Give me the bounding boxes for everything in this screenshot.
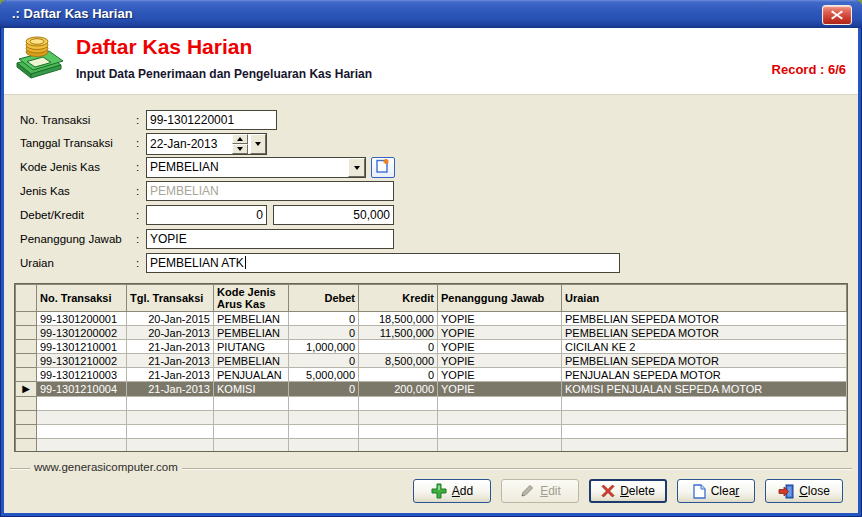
row-selector-header <box>16 285 37 312</box>
page-title: Daftar Kas Harian <box>76 35 252 59</box>
cell-kode: PEMBELIAN <box>214 326 289 340</box>
cell-uraian: PEMBELIAN SEPEDA MOTOR <box>562 326 847 340</box>
cell-no: 99-1301210004 <box>37 382 127 397</box>
close-icon <box>831 10 843 20</box>
separator: : <box>136 133 139 153</box>
window-close-button[interactable] <box>822 5 852 25</box>
close-button[interactable]: Close <box>765 479 843 503</box>
cell-tgl: 21-Jan-2013 <box>127 382 214 397</box>
up-arrow-icon <box>237 137 243 141</box>
cell-uraian: PEMBELIAN SEPEDA MOTOR <box>562 354 847 368</box>
cell-tgl: 21-Jan-2013 <box>127 354 214 368</box>
table-row-empty <box>16 411 847 425</box>
kode-jenis-kas-combobox[interactable]: PEMBELIAN <box>146 157 366 178</box>
kode-jenis-kas-label: Kode Jenis Kas <box>20 157 100 177</box>
cell-uraian: CICILAN KE 2 <box>562 340 847 354</box>
current-row-marker: ▶ <box>22 383 30 394</box>
cell-uraian: PEMBELIAN SEPEDA MOTOR <box>562 312 847 326</box>
debet-field[interactable]: 0 <box>146 205 267 225</box>
row-penanggung-jawab: Penanggung Jawab : YOPIE <box>0 229 862 249</box>
cell-tgl: 20-Jan-2013 <box>127 326 214 340</box>
window-title: .: Daftar Kas Harian <box>12 0 133 28</box>
edit-button-label: Edit <box>540 484 561 498</box>
separator: : <box>136 157 139 177</box>
record-counter: Record : 6/6 <box>772 62 846 77</box>
col-kredit[interactable]: Kredit <box>359 285 438 312</box>
app-window: .: Daftar Kas Harian <box>0 0 862 517</box>
row-kode-jenis-kas: Kode Jenis Kas : PEMBELIAN <box>0 157 862 177</box>
cell-uraian: KOMISI PENJUALAN SEPEDA MOTOR <box>562 382 847 397</box>
separator: : <box>136 229 139 249</box>
edit-pencil-icon <box>519 483 535 499</box>
row-selector[interactable] <box>16 354 37 368</box>
new-document-icon <box>376 158 391 177</box>
edit-button[interactable]: Edit <box>501 479 579 503</box>
chevron-down-icon <box>354 166 360 170</box>
jenis-kas-field: PEMBELIAN <box>146 181 394 201</box>
tanggal-value: 22-Jan-2013 <box>147 134 232 154</box>
cell-pj: YOPIE <box>438 312 562 326</box>
uraian-value: PEMBELIAN ATK <box>150 256 244 270</box>
table-row-empty <box>16 397 847 411</box>
kredit-field[interactable]: 50,000 <box>273 205 394 225</box>
row-selector[interactable] <box>16 312 37 326</box>
spin-up-button[interactable] <box>232 134 248 144</box>
cell-kredit: 8,500,000 <box>359 354 438 368</box>
col-debet[interactable]: Debet <box>289 285 359 312</box>
spin-down-button[interactable] <box>232 144 248 154</box>
cell-no: 99-1301210002 <box>37 354 127 368</box>
col-penanggung-jawab[interactable]: Penanggung Jawab <box>438 285 562 312</box>
separator: : <box>136 110 139 130</box>
row-selector[interactable]: ▶ <box>16 382 37 397</box>
tanggal-field[interactable]: 22-Jan-2013 <box>146 133 267 155</box>
cell-debet: 0 <box>289 312 359 326</box>
table-row[interactable]: 99-1301200001 20-Jan-2015 PEMBELIAN 0 18… <box>16 312 847 326</box>
grid-header-row: No. Transaksi Tgl. Transaksi Kode JenisA… <box>16 285 847 312</box>
clear-button-label: Clear <box>711 484 740 498</box>
add-button-label: Add <box>452 484 473 498</box>
col-kode-jenis[interactable]: Kode JenisArus Kas <box>214 285 289 312</box>
no-transaksi-field[interactable]: 99-1301220001 <box>146 110 277 130</box>
date-spinner <box>232 134 248 154</box>
col-uraian[interactable]: Uraian <box>562 285 847 312</box>
table-row[interactable]: 99-1301200002 20-Jan-2013 PEMBELIAN 0 11… <box>16 326 847 340</box>
table-row[interactable]: 99-1301210002 21-Jan-2013 PEMBELIAN 0 8,… <box>16 354 847 368</box>
row-selector[interactable] <box>16 326 37 340</box>
cell-debet: 0 <box>289 326 359 340</box>
row-jenis-kas: Jenis Kas : PEMBELIAN <box>0 181 862 201</box>
cell-no: 99-1301210001 <box>37 340 127 354</box>
jenis-kas-label: Jenis Kas <box>20 181 70 201</box>
clear-button[interactable]: Clear <box>677 479 755 503</box>
date-dropdown-button[interactable] <box>250 134 266 154</box>
row-tanggal: Tanggal Transaksi : 22-Jan-2013 <box>0 133 862 153</box>
tanggal-label: Tanggal Transaksi <box>20 133 113 153</box>
separator: : <box>136 205 139 225</box>
close-button-label: Close <box>799 484 830 498</box>
row-debet-kredit: Debet/Kredit : 0 50,000 <box>0 205 862 225</box>
new-kode-button[interactable] <box>371 157 395 178</box>
cell-debet: 1,000,000 <box>289 340 359 354</box>
titlebar: .: Daftar Kas Harian <box>0 0 862 28</box>
cell-kredit: 11,500,000 <box>359 326 438 340</box>
add-icon <box>431 483 447 499</box>
combo-dropdown-button[interactable] <box>348 158 365 177</box>
cell-debet: 5,000,000 <box>289 368 359 382</box>
row-selector[interactable] <box>16 340 37 354</box>
cell-tgl: 20-Jan-2015 <box>127 312 214 326</box>
col-tgl-transaksi[interactable]: Tgl. Transaksi <box>127 285 214 312</box>
table-row-empty <box>16 439 847 453</box>
cell-kredit: 0 <box>359 340 438 354</box>
cell-pj: YOPIE <box>438 326 562 340</box>
table-row[interactable]: 99-1301210001 21-Jan-2013 PIUTANG 1,000,… <box>16 340 847 354</box>
penanggung-jawab-field[interactable]: YOPIE <box>146 229 394 249</box>
uraian-field[interactable]: PEMBELIAN ATK <box>146 253 620 273</box>
delete-button[interactable]: Delete <box>589 479 667 503</box>
row-selector[interactable] <box>16 368 37 382</box>
table-row-selected[interactable]: ▶ 99-1301210004 21-Jan-2013 KOMISI 0 200… <box>16 382 847 397</box>
table-row[interactable]: 99-1301210003 21-Jan-2013 PENJUALAN 5,00… <box>16 368 847 382</box>
add-button[interactable]: Add <box>413 479 491 503</box>
col-kode-line2: Arus Kas <box>217 298 265 310</box>
cell-debet: 0 <box>289 354 359 368</box>
col-no-transaksi[interactable]: No. Transaksi <box>37 285 127 312</box>
transactions-grid: No. Transaksi Tgl. Transaksi Kode JenisA… <box>14 283 848 452</box>
